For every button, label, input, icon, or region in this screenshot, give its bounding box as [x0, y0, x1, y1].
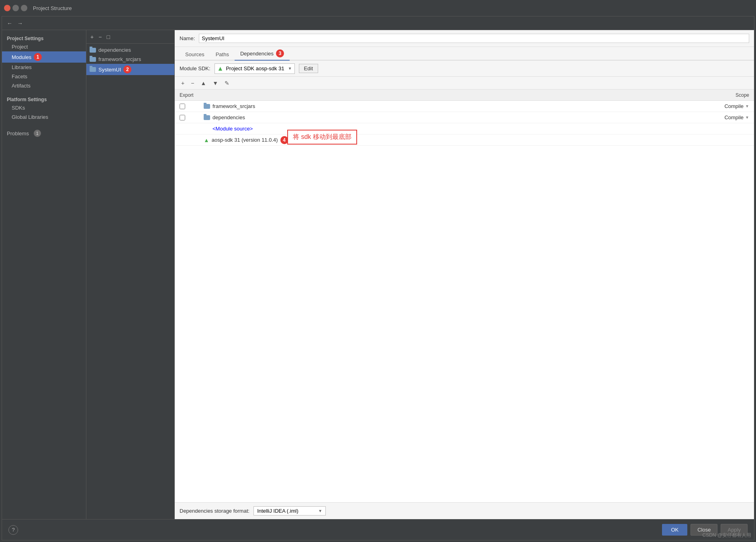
- platform-settings-header: Platform Settings: [2, 94, 86, 103]
- sidebar-item-project[interactable]: Project: [2, 42, 86, 51]
- ok-button[interactable]: OK: [662, 524, 687, 536]
- storage-value: IntelliJ IDEA (.iml): [257, 508, 298, 514]
- tab-dependencies[interactable]: Dependencies 3: [235, 47, 290, 61]
- tab-paths[interactable]: Paths: [210, 49, 235, 61]
- folder-icon: [90, 48, 96, 53]
- content-area: Project Settings Project Modules 1 Libra…: [2, 30, 754, 519]
- dep-scope-2[interactable]: Compile ▼: [709, 114, 749, 120]
- edit-dep-button[interactable]: ✎: [222, 79, 232, 87]
- middle-toolbar: + − □: [86, 30, 174, 44]
- sdk-row: Module SDK: ▲ Project SDK aosp-sdk 31 ▼ …: [175, 61, 754, 77]
- dep-row-framework-srcjars: framework_srcjars Compile ▼: [175, 101, 754, 112]
- module-item-dependencies[interactable]: dependencies: [86, 45, 174, 55]
- move-down-button[interactable]: ▼: [210, 79, 221, 87]
- badge-3: 3: [276, 49, 284, 57]
- dep-row-aosp-sdk: ▲ aosp-sdk 31 (version 11.0.4) 4 将 sdk 移…: [175, 134, 754, 146]
- dep-checkbox-2[interactable]: [180, 115, 204, 120]
- name-input[interactable]: [199, 34, 749, 43]
- export-col-header: Export: [180, 92, 204, 98]
- back-button[interactable]: ←: [5, 19, 14, 27]
- add-dep-button[interactable]: +: [179, 79, 187, 87]
- module-item-framework-srcjars[interactable]: framework_srcjars: [86, 55, 174, 64]
- apply-button[interactable]: Apply: [721, 524, 748, 536]
- close-button[interactable]: [4, 5, 10, 11]
- title-bar: Project Structure: [0, 0, 756, 16]
- sidebar-item-artifacts[interactable]: Artifacts: [2, 81, 86, 90]
- dep-list: framework_srcjars Compile ▼ dependencies: [175, 101, 754, 502]
- dep-toolbar: + − ▲ ▼ ✎: [175, 77, 754, 90]
- dep-scope-1[interactable]: Compile ▼: [709, 103, 749, 109]
- sdk-dropdown-arrow: ▼: [288, 66, 292, 71]
- middle-panel: + − □ dependencies framework_srcjars Sys…: [86, 30, 175, 519]
- badge-4: 4: [280, 136, 288, 144]
- dep-table-header: Export Scope: [175, 90, 754, 101]
- sidebar-item-global-libraries[interactable]: Global Libraries: [2, 112, 86, 122]
- scope-col-header: Scope: [709, 92, 749, 98]
- tabs-bar: Sources Paths Dependencies 3: [175, 47, 754, 61]
- badge-2: 2: [123, 65, 131, 73]
- sidebar-item-problems[interactable]: Problems 1: [2, 128, 86, 139]
- sdk-value: Project SDK aosp-sdk 31: [226, 65, 284, 71]
- dep-row-module-source: <Module source>: [175, 123, 754, 134]
- module-sdk-label: Module SDK:: [180, 65, 210, 71]
- dep-name-4: ▲ aosp-sdk 31 (version 11.0.4) 4: [204, 136, 709, 144]
- sdk-icon: ▲: [217, 65, 224, 72]
- problems-badge: 1: [34, 130, 41, 137]
- sdk-select[interactable]: ▲ Project SDK aosp-sdk 31 ▼: [215, 63, 295, 74]
- copy-module-button[interactable]: □: [105, 33, 111, 41]
- scope-arrow-2: ▼: [745, 115, 749, 120]
- folder-icon-2: [204, 115, 210, 120]
- bottom-bar: ? OK Close Apply: [2, 519, 754, 540]
- project-settings-header: Project Settings: [2, 33, 86, 42]
- sidebar-item-facets[interactable]: Facets: [2, 72, 86, 81]
- name-label: Name:: [180, 35, 195, 41]
- window-controls[interactable]: [4, 5, 27, 11]
- cancel-button[interactable]: Close: [691, 524, 717, 536]
- storage-label: Dependencies storage format:: [180, 508, 249, 514]
- module-item-systemui[interactable]: SystemUI 2: [86, 64, 174, 75]
- dep-checkbox-1[interactable]: [180, 104, 204, 109]
- storage-select[interactable]: IntelliJ IDEA (.iml) ▼: [253, 506, 326, 516]
- bottom-buttons: OK Close Apply: [662, 524, 748, 536]
- right-panel: Name: Sources Paths Dependencies 3 Modul…: [175, 30, 754, 519]
- folder-icon: [90, 57, 96, 62]
- edit-button[interactable]: Edit: [299, 64, 318, 73]
- remove-dep-button[interactable]: −: [188, 79, 196, 87]
- minimize-button[interactable]: [12, 5, 19, 11]
- add-module-button[interactable]: +: [89, 33, 95, 41]
- nav-toolbar: ← →: [2, 16, 754, 30]
- name-row: Name:: [175, 30, 754, 47]
- scope-arrow-1: ▼: [745, 104, 749, 108]
- move-up-button[interactable]: ▲: [198, 79, 208, 87]
- sidebar-item-modules[interactable]: Modules 1: [2, 51, 86, 63]
- remove-module-button[interactable]: −: [97, 33, 103, 41]
- sdk-icon-small: ▲: [204, 137, 209, 143]
- window-title: Project Structure: [33, 5, 72, 11]
- dep-name-1: framework_srcjars: [204, 103, 709, 109]
- help-button[interactable]: ?: [8, 525, 18, 535]
- sidebar-item-libraries[interactable]: Libraries: [2, 63, 86, 72]
- dep-name-3: <Module source>: [204, 126, 709, 132]
- left-sidebar: Project Settings Project Modules 1 Libra…: [2, 30, 86, 519]
- dep-row-dependencies: dependencies Compile ▼: [175, 112, 754, 123]
- storage-dropdown-arrow: ▼: [318, 509, 322, 513]
- maximize-button[interactable]: [21, 5, 27, 11]
- dep-name-2: dependencies: [204, 114, 709, 120]
- sidebar-item-sdks[interactable]: SDKs: [2, 103, 86, 112]
- storage-row: Dependencies storage format: IntelliJ ID…: [175, 502, 754, 519]
- dialog: ← → Project Settings Project Modules 1 L…: [2, 16, 754, 540]
- tab-sources[interactable]: Sources: [180, 49, 210, 61]
- badge-1: 1: [34, 53, 42, 61]
- folder-icon-1: [204, 104, 210, 109]
- folder-icon: [90, 67, 96, 72]
- module-list: dependencies framework_srcjars SystemUI …: [86, 44, 174, 519]
- forward-button[interactable]: →: [16, 19, 25, 27]
